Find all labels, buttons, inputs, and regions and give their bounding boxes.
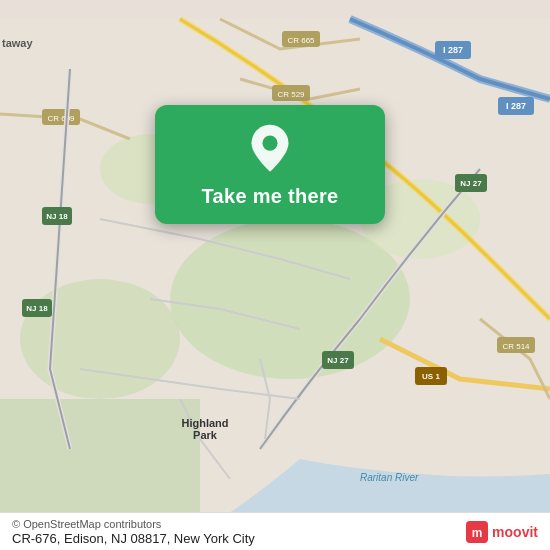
svg-text:NJ 27: NJ 27 xyxy=(327,356,349,365)
svg-text:Park: Park xyxy=(193,429,218,441)
svg-point-33 xyxy=(262,136,277,151)
moovit-brand-icon: m xyxy=(466,521,488,543)
location-card: Take me there xyxy=(155,105,385,224)
moovit-brand-text: moovit xyxy=(492,524,538,540)
svg-text:Highland: Highland xyxy=(181,417,228,429)
take-me-there-button[interactable]: Take me there xyxy=(202,185,339,208)
svg-text:Raritan River: Raritan River xyxy=(360,472,419,483)
svg-text:m: m xyxy=(472,525,483,539)
svg-text:NJ 18: NJ 18 xyxy=(46,212,68,221)
svg-text:CR 514: CR 514 xyxy=(502,342,530,351)
address-text: CR-676, Edison, NJ 08817, New York City xyxy=(12,531,466,546)
moovit-logo: m moovit xyxy=(466,521,538,543)
svg-text:CR 609: CR 609 xyxy=(47,114,75,123)
svg-point-2 xyxy=(20,279,180,399)
bottom-bar: © OpenStreetMap contributors CR-676, Edi… xyxy=(0,512,550,550)
svg-text:I 287: I 287 xyxy=(506,101,526,111)
location-pin-icon xyxy=(244,123,296,175)
svg-rect-3 xyxy=(0,399,200,529)
svg-text:US 1: US 1 xyxy=(422,372,440,381)
svg-text:NJ 27: NJ 27 xyxy=(460,179,482,188)
svg-text:NJ 18: NJ 18 xyxy=(26,304,48,313)
map-background: I 287 I 287 CR 665 CR 529 CR 609 NJ 18 N… xyxy=(0,0,550,550)
svg-text:I 287: I 287 xyxy=(443,45,463,55)
svg-text:CR 665: CR 665 xyxy=(287,36,315,45)
svg-text:CR 529: CR 529 xyxy=(277,90,305,99)
map-container: I 287 I 287 CR 665 CR 529 CR 609 NJ 18 N… xyxy=(0,0,550,550)
svg-text:taway: taway xyxy=(2,37,33,49)
osm-credit: © OpenStreetMap contributors xyxy=(12,518,466,530)
